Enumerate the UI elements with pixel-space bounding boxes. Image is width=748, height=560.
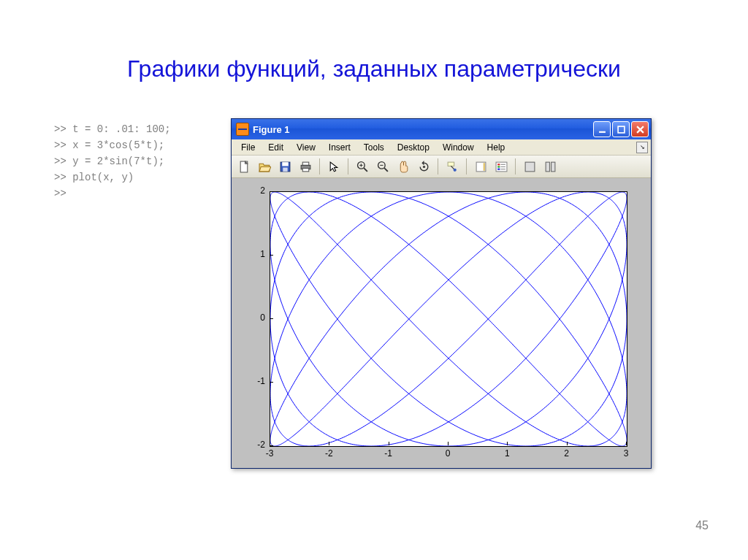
lissajous-curve bbox=[270, 192, 627, 446]
menu-help[interactable]: Help bbox=[481, 142, 512, 153]
menubar: File Edit View Insert Tools Desktop Wind… bbox=[232, 139, 651, 156]
code-line: >> bbox=[54, 188, 66, 199]
x-tick-label: 3 bbox=[624, 448, 629, 459]
menu-desktop[interactable]: Desktop bbox=[391, 142, 436, 153]
figure-window: Figure 1 File Edit View Insert Tools Des… bbox=[231, 118, 652, 469]
slide-title: Графики функций, заданных параметрически bbox=[0, 55, 748, 83]
y-tick bbox=[270, 191, 273, 192]
code-line: >> y = 2*sin(7*t); bbox=[54, 156, 164, 167]
svg-rect-1 bbox=[618, 126, 625, 133]
print-icon[interactable] bbox=[296, 157, 315, 176]
menu-view[interactable]: View bbox=[290, 142, 322, 153]
matlab-icon bbox=[236, 123, 249, 136]
x-tick-label: 1 bbox=[505, 448, 510, 459]
menu-edit[interactable]: Edit bbox=[262, 142, 290, 153]
y-tick-label: -1 bbox=[236, 376, 265, 386]
svg-rect-25 bbox=[497, 168, 500, 169]
window-title: Figure 1 bbox=[253, 124, 593, 135]
zoom-in-icon[interactable] bbox=[353, 157, 372, 176]
legend-icon[interactable] bbox=[492, 157, 511, 176]
x-tick-label: -1 bbox=[384, 448, 392, 459]
svg-rect-31 bbox=[551, 162, 554, 172]
svg-rect-6 bbox=[302, 162, 309, 165]
x-tick-label: 2 bbox=[564, 448, 569, 459]
svg-point-16 bbox=[422, 165, 424, 167]
open-icon[interactable] bbox=[255, 157, 274, 176]
pan-icon[interactable] bbox=[394, 157, 413, 176]
svg-point-19 bbox=[453, 168, 456, 171]
x-tick bbox=[567, 442, 568, 445]
svg-rect-0 bbox=[599, 131, 606, 132]
y-tick bbox=[270, 445, 273, 446]
toolbar-separator bbox=[466, 158, 467, 174]
svg-rect-24 bbox=[497, 166, 500, 167]
x-tick bbox=[507, 442, 508, 445]
menu-window[interactable]: Window bbox=[436, 142, 481, 153]
x-tick bbox=[389, 442, 389, 445]
window-buttons bbox=[593, 121, 649, 137]
hide-tools-icon[interactable] bbox=[520, 157, 539, 176]
code-line: >> t = 0: .01: 100; bbox=[54, 123, 171, 135]
page-number: 45 bbox=[695, 519, 709, 532]
svg-rect-21 bbox=[483, 163, 484, 171]
minimize-button[interactable] bbox=[593, 121, 611, 137]
dock-toggle-icon[interactable]: ↘ bbox=[636, 142, 648, 153]
x-tick bbox=[329, 442, 329, 445]
y-tick bbox=[270, 382, 273, 383]
y-tick-label: 1 bbox=[236, 249, 265, 259]
data-cursor-icon[interactable] bbox=[443, 157, 462, 176]
menu-tools[interactable]: Tools bbox=[357, 142, 391, 153]
x-tick bbox=[270, 442, 270, 445]
code-line: >> x = 3*cos(5*t); bbox=[54, 139, 164, 151]
y-tick-label: 2 bbox=[236, 185, 265, 196]
y-tick bbox=[270, 255, 273, 256]
y-tick-label: 0 bbox=[236, 312, 265, 323]
close-button[interactable] bbox=[631, 121, 649, 137]
toolbar-separator bbox=[515, 158, 516, 174]
zoom-out-icon[interactable] bbox=[373, 157, 392, 176]
svg-rect-8 bbox=[302, 168, 309, 171]
x-tick-label: -2 bbox=[325, 448, 333, 459]
rotate-icon[interactable] bbox=[414, 157, 433, 176]
axes[interactable] bbox=[270, 191, 627, 447]
svg-rect-23 bbox=[497, 164, 500, 165]
code-block: >> t = 0: .01: 100; >> x = 3*cos(5*t); >… bbox=[54, 121, 171, 202]
slide-container: Графики функций, заданных параметрически… bbox=[0, 0, 748, 560]
show-tools-icon[interactable] bbox=[541, 157, 560, 176]
svg-line-10 bbox=[364, 168, 367, 172]
svg-rect-4 bbox=[282, 162, 289, 166]
x-tick bbox=[448, 442, 449, 445]
new-icon[interactable] bbox=[234, 157, 253, 176]
svg-rect-17 bbox=[448, 162, 454, 166]
toolbar-separator bbox=[319, 158, 320, 174]
svg-rect-5 bbox=[283, 167, 287, 171]
code-line: >> plot(x, y) bbox=[54, 172, 134, 183]
titlebar[interactable]: Figure 1 bbox=[232, 119, 651, 139]
toolbar bbox=[232, 156, 651, 178]
menu-file[interactable]: File bbox=[234, 142, 262, 153]
y-tick-label: -2 bbox=[236, 440, 265, 450]
menu-insert[interactable]: Insert bbox=[322, 142, 357, 153]
y-tick bbox=[270, 318, 273, 319]
plot-area[interactable]: -2-1012-3-2-10123 bbox=[232, 178, 651, 468]
svg-line-14 bbox=[384, 168, 388, 172]
toolbar-separator bbox=[348, 158, 348, 174]
pointer-icon[interactable] bbox=[324, 157, 343, 176]
maximize-button[interactable] bbox=[612, 121, 630, 137]
x-tick bbox=[626, 442, 627, 445]
x-tick-label: -3 bbox=[266, 448, 274, 459]
x-tick-label: 0 bbox=[446, 448, 451, 459]
save-icon[interactable] bbox=[275, 157, 294, 176]
svg-rect-30 bbox=[546, 162, 549, 172]
toolbar-separator bbox=[438, 158, 438, 174]
svg-rect-29 bbox=[525, 162, 535, 172]
colorbar-icon[interactable] bbox=[471, 157, 490, 176]
